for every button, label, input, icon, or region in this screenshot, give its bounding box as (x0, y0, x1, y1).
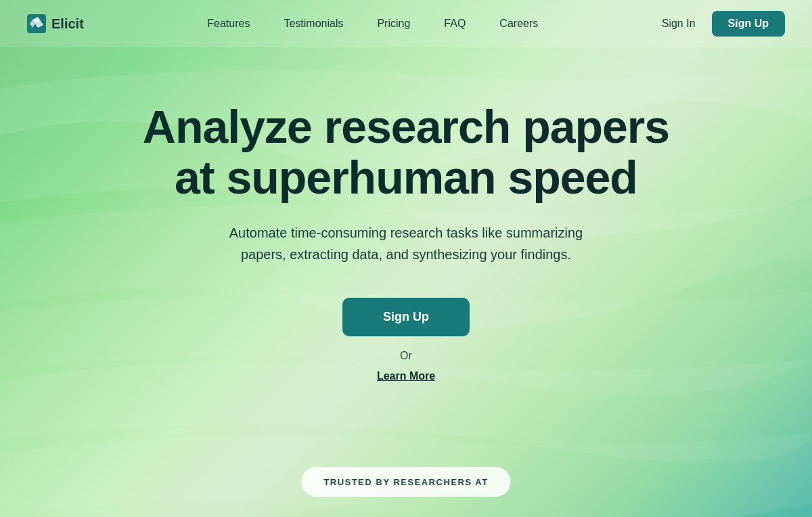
hero-section: Analyze research papers at superhuman sp… (0, 47, 812, 409)
hero-title-line1: Analyze research papers (143, 101, 669, 152)
sign-in-link[interactable]: Sign In (662, 18, 696, 30)
nav-links: Features Testimonials Pricing FAQ Career… (207, 18, 538, 30)
nav-actions: Sign In Sign Up (662, 11, 785, 37)
nav-pricing[interactable]: Pricing (377, 18, 410, 29)
hero-title: Analyze research papers at superhuman sp… (143, 102, 669, 203)
navbar: Elicit Features Testimonials Pricing FAQ… (0, 0, 812, 47)
logo-link[interactable]: Elicit (27, 14, 84, 33)
trusted-text: TRUSTED BY RESEARCHERS AT (323, 477, 488, 487)
hero-subtitle: Automate time-consuming research tasks l… (210, 222, 602, 265)
nav-features[interactable]: Features (207, 18, 250, 29)
nav-faq[interactable]: FAQ (444, 18, 466, 29)
learn-more-link[interactable]: Learn More (377, 370, 435, 382)
nav-careers[interactable]: Careers (499, 18, 538, 29)
logo-icon (27, 14, 46, 33)
hero-title-line2: at superhuman speed (175, 152, 637, 203)
hero-sign-up-button[interactable]: Sign Up (342, 298, 470, 336)
nav-testimonials[interactable]: Testimonials (284, 18, 343, 29)
nav-sign-up-button[interactable]: Sign Up (712, 11, 785, 37)
or-text: Or (400, 350, 412, 362)
trusted-badge: TRUSTED BY RESEARCHERS AT (301, 467, 510, 497)
brand-name: Elicit (51, 16, 84, 32)
